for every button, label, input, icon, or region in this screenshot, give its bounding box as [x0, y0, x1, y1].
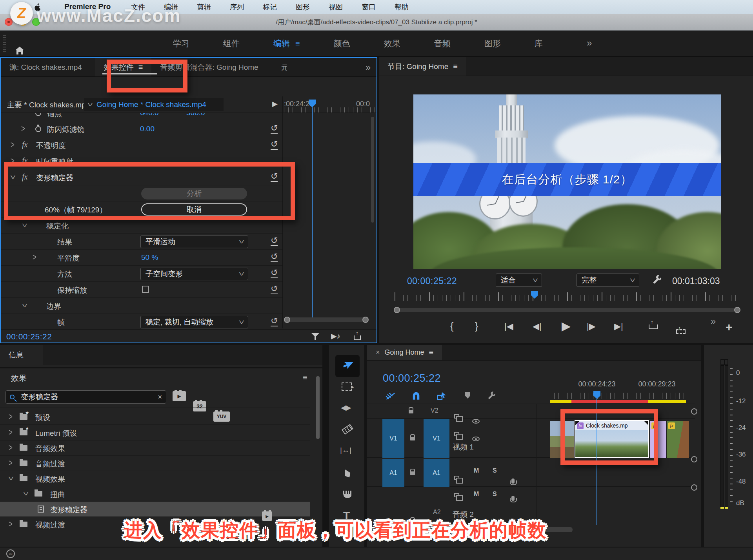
close-sequence-icon[interactable]: ×: [376, 348, 380, 357]
collapse-chevron-icon[interactable]: >: [20, 492, 31, 496]
step-back-button[interactable]: ◀|: [533, 321, 542, 332]
snap-magnet-icon[interactable]: [411, 390, 421, 401]
timeline-settings-wrench-icon[interactable]: [487, 390, 497, 401]
menu-sequence[interactable]: 序列: [230, 2, 244, 12]
tree-item-warp-stabilizer-selected[interactable]: 变形稳定器 ▶: [0, 502, 310, 517]
program-panel-menu-icon[interactable]: ≡: [453, 62, 458, 71]
target-track-a1[interactable]: A1: [424, 459, 449, 487]
go-to-out-button[interactable]: ▶|: [614, 321, 623, 332]
tab-source-monitor[interactable]: 源: Clock shakes.mp4: [1, 58, 91, 76]
workspace-overflow-icon[interactable]: »: [587, 38, 592, 49]
anchor-x-value[interactable]: 640.0: [140, 113, 159, 117]
workspace-tab-editing[interactable]: 编辑≡: [256, 31, 317, 56]
workspace-tab-color[interactable]: 颜色: [317, 31, 367, 56]
lock-track-icon[interactable]: [410, 471, 415, 475]
program-scrollbar-knob-right[interactable]: [734, 307, 740, 313]
go-to-in-button[interactable]: |◀: [504, 321, 513, 332]
tree-item-presets[interactable]: > 预设: [0, 410, 310, 425]
workspace-tab-graphics[interactable]: 图形: [467, 31, 518, 56]
program-scrollbar[interactable]: [398, 308, 735, 312]
reset-icon[interactable]: ↺: [271, 253, 278, 262]
add-marker-icon[interactable]: [465, 392, 470, 399]
tab-sequence-going-home[interactable]: × Going Home ≡: [367, 345, 442, 360]
menu-markers[interactable]: 标记: [263, 2, 277, 12]
menu-window[interactable]: 窗口: [362, 2, 376, 12]
smoothness-value[interactable]: 50 %: [141, 253, 158, 262]
expand-chevron-icon[interactable]: >: [9, 427, 13, 438]
workspace-menu-icon[interactable]: ≡: [295, 39, 300, 48]
reset-icon[interactable]: ↺: [271, 124, 278, 134]
tab-info[interactable]: 信息: [0, 345, 43, 365]
workspace-tab-assembly[interactable]: 组件: [206, 31, 256, 56]
razor-tool-icon[interactable]: [342, 424, 353, 435]
antiflicker-value[interactable]: 0.00: [140, 125, 155, 133]
tree-item-lumetri-presets[interactable]: > Lumetri 预设: [0, 425, 310, 440]
hand-tool-icon[interactable]: [343, 491, 352, 495]
workspace-tab-libraries[interactable]: 库: [518, 31, 560, 56]
filter-accelerated-effects-icon[interactable]: ▶: [173, 391, 186, 401]
workspace-tab-effects[interactable]: 效果: [367, 31, 417, 56]
track-scroll-knob[interactable]: [691, 456, 697, 462]
result-dropdown[interactable]: 平滑运动 >: [140, 236, 248, 248]
tree-item-audio-transitions[interactable]: > 音频过渡: [0, 456, 310, 471]
sequence-clip-selector[interactable]: > Going Home * Clock shakes.mp4: [84, 98, 224, 111]
ec-vertical-scrollbar[interactable]: [371, 117, 374, 223]
voiceover-record-icon[interactable]: [511, 478, 515, 484]
linked-selection-icon[interactable]: [437, 391, 447, 401]
source-patch-a1[interactable]: A1: [382, 459, 404, 487]
playback-quality-dropdown[interactable]: 完整 >: [577, 274, 639, 287]
sync-lock-icon[interactable]: [454, 432, 459, 436]
sync-lock-icon[interactable]: [454, 414, 459, 419]
menu-clip[interactable]: 剪辑: [197, 2, 211, 12]
tree-item-video-effects[interactable]: > 视频效果: [0, 471, 310, 486]
expand-chevron-icon[interactable]: >: [9, 519, 13, 530]
solo-track-button[interactable]: S: [493, 491, 497, 498]
framing-dropdown[interactable]: 稳定, 裁切, 自动缩放 >: [140, 316, 248, 328]
effects-search-box[interactable]: ×: [5, 390, 166, 404]
collapse-chevron-icon[interactable]: >: [19, 223, 30, 227]
collapse-chevron-icon[interactable]: >: [19, 304, 30, 308]
mark-out-button[interactable]: }: [475, 321, 478, 332]
reset-icon[interactable]: ↺: [271, 140, 278, 150]
toggle-track-output-icon[interactable]: [472, 437, 480, 441]
ripple-edit-tool-icon[interactable]: ◀|▶: [341, 404, 351, 412]
panel-grip[interactable]: [3, 35, 6, 53]
settings-wrench-icon[interactable]: [652, 274, 664, 285]
close-window-button[interactable]: [5, 18, 13, 26]
workspace-tab-audio[interactable]: 音频: [417, 31, 467, 56]
selection-tool-icon[interactable]: [341, 359, 354, 371]
fx-badge-icon[interactable]: fx: [668, 422, 675, 429]
ec-mini-ruler[interactable]: [284, 107, 375, 112]
expand-chevron-icon[interactable]: >: [21, 123, 25, 134]
step-forward-button[interactable]: |▶: [587, 321, 596, 332]
ec-timecode[interactable]: 00:00:25:22: [6, 332, 52, 341]
ec-scrollbar-knob-left[interactable]: [284, 317, 290, 323]
master-clip-label[interactable]: 主要 * Clock shakes.mp4: [7, 100, 90, 110]
mute-track-button[interactable]: M: [474, 491, 479, 498]
program-button-overflow-icon[interactable]: »: [711, 316, 716, 327]
reset-icon[interactable]: ↺: [271, 237, 278, 246]
expand-chevron-icon[interactable]: >: [33, 252, 36, 263]
expand-chevron-icon[interactable]: >: [9, 458, 13, 469]
reset-icon[interactable]: ↺: [271, 317, 278, 326]
track-scroll-knob[interactable]: [691, 408, 697, 415]
collapse-chevron-icon[interactable]: >: [5, 477, 16, 480]
ec-horizontal-scrollbar[interactable]: [286, 317, 368, 322]
workspace-tab-learning[interactable]: 学习: [156, 31, 206, 56]
effects-panel-menu-icon[interactable]: ≡: [303, 373, 307, 382]
track-v2-name[interactable]: V2: [431, 407, 438, 414]
program-timecode[interactable]: 00:00:25:22: [407, 276, 457, 286]
source-patch-v1[interactable]: V1: [382, 419, 404, 458]
lift-button[interactable]: [649, 324, 658, 329]
track-select-forward-tool-icon[interactable]: ▸: [342, 382, 352, 391]
mark-in-button[interactable]: {: [450, 321, 453, 332]
program-video-frame[interactable]: 在后台分析（步骤 1/2）: [413, 94, 721, 269]
tree-item-audio-effects[interactable]: > 音频效果: [0, 440, 310, 456]
sync-lock-icon[interactable]: [454, 476, 459, 480]
expand-chevron-icon[interactable]: >: [11, 140, 15, 150]
lock-track-icon[interactable]: [409, 410, 413, 413]
stopwatch-icon[interactable]: [35, 113, 41, 116]
extract-button[interactable]: [676, 329, 686, 334]
zoom-level-dropdown[interactable]: 适合 >: [496, 274, 542, 287]
show-video-button[interactable]: ▶: [272, 100, 278, 108]
